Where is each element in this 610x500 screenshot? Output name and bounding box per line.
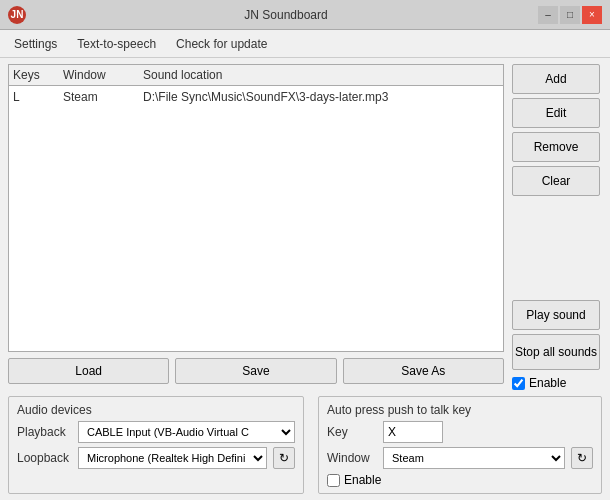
row-window: Steam [63, 90, 143, 104]
menu-bar: Settings Text-to-speech Check for update [0, 30, 610, 58]
window-title: JN Soundboard [34, 8, 538, 22]
bottom-buttons: Load Save Save As [8, 358, 504, 384]
minimize-button[interactable]: – [538, 6, 558, 24]
save-button[interactable]: Save [175, 358, 336, 384]
row-keys: L [13, 90, 63, 104]
menu-text-to-speech[interactable]: Text-to-speech [67, 33, 166, 55]
auto-push-title: Auto press push to talk key [327, 403, 593, 417]
add-button[interactable]: Add [512, 64, 600, 94]
loopback-row: Loopback Microphone (Realtek High Defini… [17, 447, 295, 469]
row-location: D:\File Sync\Music\SoundFX\3-days-later.… [143, 90, 499, 104]
playback-select[interactable]: CABLE Input (VB-Audio Virtual C [78, 421, 295, 443]
close-button[interactable]: × [582, 6, 602, 24]
menu-check-for-update[interactable]: Check for update [166, 33, 277, 55]
maximize-button[interactable]: □ [560, 6, 580, 24]
key-label: Key [327, 425, 377, 439]
play-sound-button[interactable]: Play sound [512, 300, 600, 330]
playback-row: Playback CABLE Input (VB-Audio Virtual C [17, 421, 295, 443]
audio-devices-title: Audio devices [17, 403, 295, 417]
table-body: L Steam D:\File Sync\Music\SoundFX\3-day… [9, 86, 503, 108]
table-row[interactable]: L Steam D:\File Sync\Music\SoundFX\3-day… [13, 88, 499, 106]
window-select[interactable]: Steam [383, 447, 565, 469]
window-row: Window Steam ↻ [327, 447, 593, 469]
loopback-label: Loopback [17, 451, 72, 465]
auto-push-section: Auto press push to talk key Key Window S… [318, 396, 602, 494]
window-refresh-button[interactable]: ↻ [571, 447, 593, 469]
bottom-area: Audio devices Playback CABLE Input (VB-A… [0, 396, 610, 500]
header-keys: Keys [13, 68, 63, 82]
enable-row: Enable [512, 376, 604, 390]
left-panel: Keys Window Sound location L Steam D:\Fi… [0, 58, 510, 396]
clear-button[interactable]: Clear [512, 166, 600, 196]
remove-button[interactable]: Remove [512, 132, 600, 162]
title-bar: JN JN Soundboard – □ × [0, 0, 610, 30]
save-as-button[interactable]: Save As [343, 358, 504, 384]
title-bar-controls: – □ × [538, 6, 602, 24]
audio-devices: Audio devices Playback CABLE Input (VB-A… [8, 396, 304, 494]
sound-table: Keys Window Sound location L Steam D:\Fi… [8, 64, 504, 352]
key-row: Key [327, 421, 593, 443]
app-icon: JN [8, 6, 26, 24]
loopback-refresh-button[interactable]: ↻ [273, 447, 295, 469]
enable-checkbox[interactable] [512, 377, 525, 390]
auto-push-enable-checkbox[interactable] [327, 474, 340, 487]
table-header: Keys Window Sound location [9, 65, 503, 86]
loopback-select[interactable]: Microphone (Realtek High Defini [78, 447, 267, 469]
load-button[interactable]: Load [8, 358, 169, 384]
stop-all-sounds-button[interactable]: Stop all sounds [512, 334, 600, 370]
auto-push-enable-row: Enable [327, 473, 593, 487]
auto-push-enable-label: Enable [344, 473, 381, 487]
edit-button[interactable]: Edit [512, 98, 600, 128]
key-input[interactable] [383, 421, 443, 443]
right-panel: Add Edit Remove Clear Play sound Stop al… [510, 58, 610, 396]
header-window: Window [63, 68, 143, 82]
header-location: Sound location [143, 68, 499, 82]
enable-label: Enable [529, 376, 566, 390]
window-label: Window [327, 451, 377, 465]
playback-label: Playback [17, 425, 72, 439]
menu-settings[interactable]: Settings [4, 33, 67, 55]
